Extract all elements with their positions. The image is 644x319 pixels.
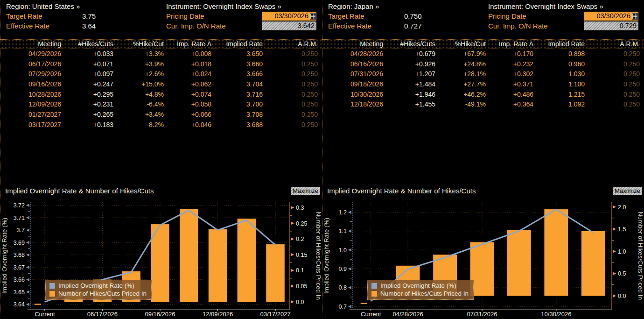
table-cell: +67.9% — [440, 49, 490, 59]
table-cell: 03/17/2027 — [0, 120, 66, 130]
svg-text:Number of Hikes/Cuts Priced In: Number of Hikes/Cuts Priced In — [637, 212, 644, 300]
pricing-date-input[interactable]: 03/30/2026 — [584, 12, 638, 21]
table-cell: 12/09/2026 — [0, 99, 66, 110]
column-header[interactable]: Implied Rate — [538, 40, 589, 49]
chart-legend: Implied Overnight Rate (%) Number of Hik… — [367, 280, 474, 300]
table-row[interactable]: 04/29/2026+0.033+3.3%+0.0083.6500.250 — [0, 49, 322, 59]
target-rate-value: 0.750 — [404, 11, 422, 21]
table-cell: +1.207 — [388, 69, 440, 79]
table-cell: +27.7% — [440, 79, 490, 90]
table-cell: +46.2% — [440, 90, 490, 100]
table-row[interactable]: 04/28/2026+0.679+67.9%+0.1700.8980.250 — [322, 49, 644, 59]
svg-text:06/17/2026: 06/17/2026 — [87, 311, 118, 318]
table-cell: +0.074 — [168, 90, 216, 100]
column-header[interactable]: A.R.M. — [267, 40, 322, 49]
table-row[interactable]: 06/17/2026+0.071+3.9%+0.0183.6600.250 — [0, 59, 322, 70]
region-link[interactable]: Region: Japan » — [328, 1, 488, 11]
table-cell: +3.3% — [118, 49, 168, 59]
table-cell: 0.250 — [589, 99, 644, 110]
pricing-date-input[interactable]: 03/30/2026 — [262, 12, 316, 21]
table-cell: -49.1% — [440, 99, 490, 110]
table-cell: 0.250 — [589, 90, 644, 100]
table-cell: +0.232 — [490, 59, 538, 70]
table-cell: 06/16/2026 — [322, 59, 388, 70]
table-row[interactable]: 12/09/2026+0.231-6.4%+0.0583.7000.250 — [0, 99, 322, 110]
table-cell: 0.250 — [267, 69, 322, 79]
table-row[interactable]: 10/28/2026+0.295+4.8%+0.0743.7160.250 — [0, 90, 322, 100]
chart-title: Implied Overnight Rate & Number of Hikes… — [5, 187, 154, 195]
column-header[interactable]: Meeting — [322, 40, 388, 49]
region-link[interactable]: Region: United States » — [6, 1, 166, 11]
table-cell: 0.250 — [267, 49, 322, 59]
table-cell: 0.250 — [589, 79, 644, 90]
svg-text:3.66: 3.66 — [14, 276, 25, 283]
panel-united-states: Region: United States » Target Rate 3.75… — [0, 0, 322, 319]
table-cell: +0.018 — [168, 59, 216, 70]
table-cell: +0.170 — [490, 49, 538, 59]
table-cell: 3.666 — [216, 69, 267, 79]
column-header[interactable]: #Hikes/Cuts — [66, 40, 118, 49]
svg-text:0.3: 0.3 — [296, 205, 304, 211]
cur-imp-rate-label: Cur. Imp. O/N Rate — [488, 21, 584, 31]
table-cell: 3.650 — [216, 49, 267, 59]
table-cell: 3.716 — [216, 90, 267, 100]
table-cell: +1.946 — [388, 90, 440, 100]
table-cell: +0.486 — [490, 90, 538, 100]
table-cell: 09/16/2026 — [0, 79, 66, 90]
cur-imp-rate-label: Cur. Imp. O/N Rate — [166, 21, 262, 31]
chart-legend: Implied Overnight Rate (%) Number of Hik… — [45, 280, 152, 300]
maximize-button[interactable]: Maximize — [291, 187, 320, 195]
column-header[interactable]: Imp. Rate Δ — [490, 40, 538, 49]
table-row[interactable]: 12/18/2026+1.455-49.1%+0.3641.0920.250 — [322, 99, 644, 110]
table-cell: +1.484 — [388, 79, 440, 90]
calendar-icon[interactable] — [310, 13, 316, 20]
svg-text:Number of Hikes/Cuts Priced In: Number of Hikes/Cuts Priced In — [315, 212, 322, 300]
table-row[interactable]: 03/17/2027+0.183-8.2%+0.0463.6880.250 — [0, 120, 322, 130]
panel-japan: Region: Japan » Target Rate 0.750 Effect… — [322, 0, 644, 319]
table-cell: +0.926 — [388, 59, 440, 70]
table-row[interactable]: 09/18/2026+1.484+27.7%+0.3711.1000.250 — [322, 79, 644, 90]
table-cell: 09/18/2026 — [322, 79, 388, 90]
table-cell: +0.679 — [388, 49, 440, 59]
table-cell: 01/27/2027 — [0, 110, 66, 120]
target-rate-label: Target Rate — [6, 11, 82, 21]
column-header[interactable]: %Hike/Cut — [118, 40, 168, 49]
table-cell: +0.231 — [66, 99, 118, 110]
instrument-link[interactable]: Instrument: Overnight Index Swaps » — [488, 1, 641, 11]
table-cell: 06/17/2026 — [0, 59, 66, 70]
svg-text:3.7: 3.7 — [17, 227, 25, 234]
table-cell: +0.265 — [66, 110, 118, 120]
table-row[interactable]: 06/16/2026+0.926+24.8%+0.2320.9600.250 — [322, 59, 644, 70]
column-header[interactable]: Imp. Rate Δ — [168, 40, 216, 49]
column-header[interactable]: %Hike/Cut — [440, 40, 490, 49]
svg-text:0.05: 0.05 — [296, 283, 307, 290]
rate-chart-svg: 0.70.80.91.01.11.20.00.51.01.52.0Current… — [322, 195, 644, 319]
column-header[interactable]: Implied Rate — [216, 40, 267, 49]
svg-text:Implied Overnight Rate (%): Implied Overnight Rate (%) — [1, 218, 8, 294]
calendar-icon[interactable] — [632, 13, 638, 20]
column-header[interactable]: Meeting — [0, 40, 66, 49]
legend-label: Implied Overnight Rate (%) — [58, 282, 134, 289]
table-row[interactable]: 07/31/2026+1.207+28.1%+0.3021.0300.250 — [322, 69, 644, 79]
table-row[interactable]: 10/30/2026+1.946+46.2%+0.4861.2150.250 — [322, 90, 644, 100]
table-row[interactable]: 07/29/2026+0.097+2.6%+0.0243.6660.250 — [0, 69, 322, 79]
maximize-button[interactable]: Maximize — [613, 187, 642, 195]
column-divider — [66, 39, 66, 184]
pricing-date-value: 03/30/2026 — [596, 11, 630, 21]
effective-rate-value: 3.64 — [82, 21, 96, 31]
svg-text:3.68: 3.68 — [14, 252, 25, 258]
svg-text:0.15: 0.15 — [296, 252, 307, 258]
table-cell: +0.046 — [168, 120, 216, 130]
table-row[interactable]: 01/27/2027+0.265+3.4%+0.0663.7080.250 — [0, 110, 322, 120]
target-rate-value: 3.75 — [82, 11, 96, 21]
table-cell: 0.250 — [267, 110, 322, 120]
instrument-link[interactable]: Instrument: Overnight Index Swaps » — [166, 1, 319, 11]
table-cell: +0.302 — [490, 69, 538, 79]
svg-text:1.0: 1.0 — [618, 248, 626, 255]
column-divider — [388, 39, 388, 184]
svg-text:10/30/2026: 10/30/2026 — [541, 311, 571, 318]
column-header[interactable]: A.R.M. — [589, 40, 644, 49]
column-header[interactable]: #Hikes/Cuts — [388, 40, 440, 49]
bar-swatch-icon — [371, 291, 377, 297]
table-row[interactable]: 09/16/2026+0.247+15.0%+0.0623.7040.250 — [0, 79, 322, 90]
